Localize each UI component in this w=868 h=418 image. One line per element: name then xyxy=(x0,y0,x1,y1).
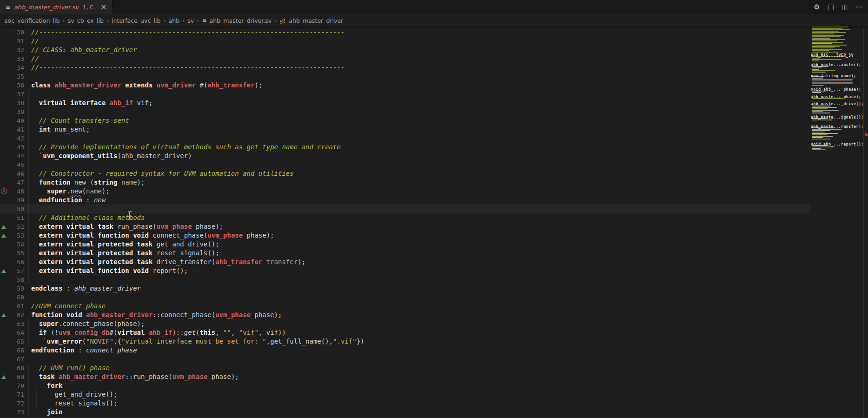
line-number[interactable]: 33 xyxy=(8,54,24,63)
code-line[interactable]: 44 `uvm_component_utils(ahb_master_drive… xyxy=(0,152,810,160)
line-number[interactable]: 51 xyxy=(8,213,24,222)
override-gutter-icon[interactable] xyxy=(0,311,8,319)
code-line[interactable]: 57 extern virtual function void report()… xyxy=(0,266,810,275)
code-line[interactable]: 30//------------------------------------… xyxy=(0,28,810,37)
code-line[interactable]: 37 xyxy=(0,90,810,99)
gutter-margin[interactable] xyxy=(0,399,8,408)
code-line[interactable]: 47 function new (string name); xyxy=(0,178,810,187)
line-number[interactable]: 62 xyxy=(8,311,24,319)
line-number[interactable]: 66 xyxy=(8,346,24,355)
gutter-margin[interactable] xyxy=(0,319,8,328)
breadcrumb-item[interactable]: soc_verification_lib xyxy=(5,17,60,24)
close-tab-icon[interactable]: × xyxy=(101,4,107,11)
line-number[interactable]: 37 xyxy=(8,90,24,99)
line-number[interactable]: 50 xyxy=(8,205,24,213)
line-number[interactable]: 56 xyxy=(8,258,24,266)
line-number[interactable]: 30 xyxy=(8,28,24,37)
gutter-margin[interactable] xyxy=(0,107,8,116)
code-line[interactable]: 63 super.connect_phase(phase); xyxy=(0,319,810,328)
line-number[interactable]: 69 xyxy=(8,372,24,381)
overview-ruler[interactable] xyxy=(863,27,868,418)
code-line[interactable]: 54 extern virtual protected task get_and… xyxy=(0,240,810,249)
code-line[interactable]: 73 join xyxy=(0,408,810,417)
error-gutter-icon[interactable]: × xyxy=(0,187,8,196)
code-line[interactable]: 53 extern virtual function void connect_… xyxy=(0,231,810,240)
gutter-margin[interactable] xyxy=(0,178,8,187)
gutter-margin[interactable] xyxy=(0,364,8,372)
line-number[interactable]: 36 xyxy=(8,81,24,90)
gutter-margin[interactable] xyxy=(0,125,8,134)
customize-layout-icon[interactable]: □ xyxy=(828,4,834,11)
line-number[interactable]: 63 xyxy=(8,319,24,328)
line-number[interactable]: 59 xyxy=(8,284,24,293)
line-number[interactable]: 67 xyxy=(8,355,24,364)
line-number[interactable]: 46 xyxy=(8,169,24,178)
gutter-margin[interactable] xyxy=(0,337,8,346)
code-line[interactable]: 35 xyxy=(0,72,810,81)
line-number[interactable]: 55 xyxy=(8,249,24,258)
breadcrumb-item[interactable]: ahb xyxy=(169,17,180,24)
code-line[interactable]: 38 virtual interface ahb_if vif; xyxy=(0,99,810,107)
minimap[interactable]: AHB_MAS...IVER_SVahb_maste...ansfer);new… xyxy=(810,27,863,418)
code-line[interactable]: 39 xyxy=(0,107,810,116)
line-number[interactable]: 44 xyxy=(8,152,24,160)
gutter-margin[interactable] xyxy=(0,99,8,107)
code-line[interactable]: 65 `uvm_error("NOVIF",{"virtual interfac… xyxy=(0,337,810,346)
code-line[interactable]: 72 reset_signals(); xyxy=(0,399,810,408)
breadcrumb-item[interactable]: sv_cb_ex_lib xyxy=(68,17,104,24)
code-line[interactable]: 70 fork xyxy=(0,381,810,390)
line-number[interactable]: 47 xyxy=(8,178,24,187)
gutter-margin[interactable] xyxy=(0,81,8,90)
gutter-margin[interactable] xyxy=(0,72,8,81)
code-line[interactable]: 60 xyxy=(0,293,810,302)
line-number[interactable]: 52 xyxy=(8,222,24,231)
gutter-margin[interactable] xyxy=(0,408,8,417)
code-line[interactable]: 49 endfunction : new xyxy=(0,196,810,205)
line-number[interactable]: 39 xyxy=(8,107,24,116)
gutter-margin[interactable] xyxy=(0,249,8,258)
line-number[interactable]: 40 xyxy=(8,116,24,125)
gutter-margin[interactable] xyxy=(0,196,8,205)
gutter-margin[interactable] xyxy=(0,258,8,266)
line-number[interactable]: 71 xyxy=(8,390,24,399)
gutter-margin[interactable] xyxy=(0,390,8,399)
gutter-margin[interactable] xyxy=(0,152,8,160)
code-line[interactable]: 59endclass : ahb_master_driver xyxy=(0,284,810,293)
code-line[interactable]: 52 extern virtual task run_phase(uvm_pha… xyxy=(0,222,810,231)
gutter-margin[interactable] xyxy=(0,381,8,390)
code-line[interactable]: 64 if (!uvm_config_db#(virtual ahb_if)::… xyxy=(0,328,810,337)
gutter-margin[interactable] xyxy=(0,63,8,72)
code-line[interactable]: 58 xyxy=(0,275,810,284)
split-editor-icon[interactable]: ◫ xyxy=(841,4,848,11)
code-line[interactable]: 36class ahb_master_driver extends uvm_dr… xyxy=(0,81,810,90)
gutter-margin[interactable] xyxy=(0,37,8,46)
code-line[interactable]: 56 extern virtual protected task drive_t… xyxy=(0,258,810,266)
line-number[interactable]: 45 xyxy=(8,160,24,169)
line-number[interactable]: 61 xyxy=(8,302,24,311)
line-number[interactable]: 64 xyxy=(8,328,24,337)
gutter-margin[interactable] xyxy=(0,205,8,213)
code-line[interactable]: 55 extern virtual protected task reset_s… xyxy=(0,249,810,258)
code-line[interactable]: 46 // Constructor - required syntax for … xyxy=(0,169,810,178)
gutter-margin[interactable] xyxy=(0,169,8,178)
line-number[interactable]: 41 xyxy=(8,125,24,134)
gutter-margin[interactable] xyxy=(0,302,8,311)
code-line[interactable]: 62function void ahb_master_driver::conne… xyxy=(0,311,810,319)
line-number[interactable]: 54 xyxy=(8,240,24,249)
code-line[interactable]: 45 xyxy=(0,160,810,169)
gutter-margin[interactable] xyxy=(0,160,8,169)
line-number[interactable]: 57 xyxy=(8,266,24,275)
line-number[interactable]: 48 xyxy=(8,187,24,196)
code-line[interactable]: 66endfunction : connect_phase xyxy=(0,346,810,355)
code-line[interactable]: 69 task ahb_master_driver::run_phase(uvm… xyxy=(0,372,810,381)
more-actions-icon[interactable]: ⋯ xyxy=(855,4,862,11)
override-gutter-icon[interactable] xyxy=(0,266,8,275)
gutter-margin[interactable] xyxy=(0,46,8,54)
code-line[interactable]: 50 xyxy=(0,205,810,213)
line-number[interactable]: 49 xyxy=(8,196,24,205)
breadcrumb-item[interactable]: interface_uvc_lib xyxy=(112,17,160,24)
code-line[interactable]: 42 xyxy=(0,134,810,143)
code-line[interactable]: 31// xyxy=(0,37,810,46)
code-line[interactable]: 32// CLASS: ahb_master_driver xyxy=(0,46,810,54)
line-number[interactable]: 42 xyxy=(8,134,24,143)
